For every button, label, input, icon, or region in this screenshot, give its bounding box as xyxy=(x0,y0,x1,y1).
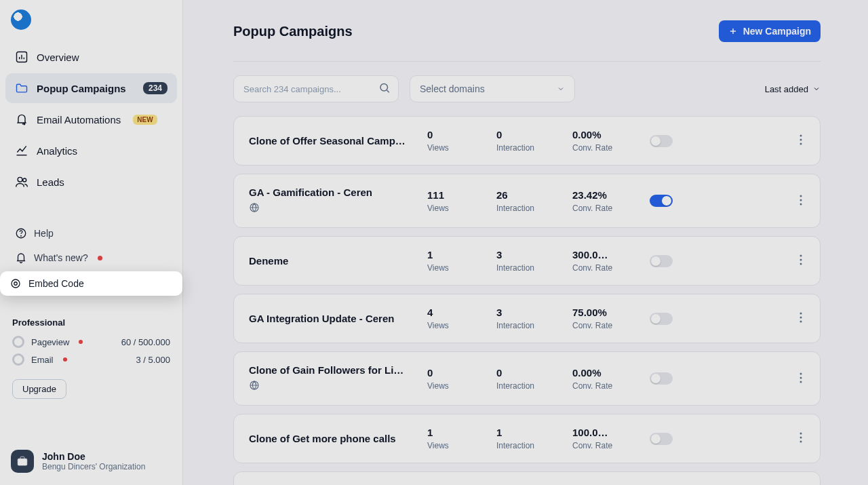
secondary-nav: HelpWhat's new?Embed Code xyxy=(5,221,177,297)
views-value: 1 xyxy=(427,427,484,438)
interaction-label: Interaction xyxy=(496,263,560,273)
conv-rate-label: Conv. Rate xyxy=(572,143,629,153)
interaction-value: 0 xyxy=(496,129,560,140)
alert-dot xyxy=(79,340,83,344)
plan-row: Pageview60 / 500.000 xyxy=(12,336,170,348)
conv-rate-value: 100.0… xyxy=(572,427,629,438)
interaction-label: Interaction xyxy=(496,381,560,391)
user-name: John Doe xyxy=(42,451,145,462)
campaign-card[interactable]: GA Integration Update - Ceren4Views3Inte… xyxy=(233,294,821,343)
conv-rate-label: Conv. Rate xyxy=(572,441,629,450)
conv-rate-label: Conv. Rate xyxy=(572,263,629,273)
alert-dot xyxy=(63,357,67,362)
new-campaign-label: New Campaign xyxy=(743,26,811,37)
svg-point-25 xyxy=(800,381,802,383)
plan-metric-value: 60 / 500.000 xyxy=(121,337,170,347)
search-input[interactable] xyxy=(233,75,399,102)
globe-icon xyxy=(249,202,415,215)
svg-point-10 xyxy=(800,139,802,141)
campaign-name: Clone of Offer Seasonal Camp… xyxy=(249,135,415,147)
svg-point-17 xyxy=(800,259,802,261)
line-chart-icon xyxy=(15,144,28,157)
notification-dot xyxy=(98,256,102,260)
campaign-toggle[interactable] xyxy=(650,372,673,385)
more-menu[interactable] xyxy=(797,370,805,388)
campaign-toggle[interactable] xyxy=(650,255,673,267)
views-value: 0 xyxy=(427,129,484,140)
svg-point-9 xyxy=(800,135,802,137)
conv-rate-value: 75.00% xyxy=(572,307,629,318)
nav-item-popup-campaigns[interactable]: Popup Campaigns234 xyxy=(5,73,177,103)
more-menu[interactable] xyxy=(797,309,805,328)
svg-point-18 xyxy=(800,263,802,265)
domain-select-label: Select domains xyxy=(420,83,485,94)
more-menu[interactable] xyxy=(797,252,805,270)
new-badge: New xyxy=(133,115,157,125)
svg-point-5 xyxy=(12,279,20,288)
views-label: Views xyxy=(427,441,484,450)
nav-item-embed-code[interactable]: Embed Code xyxy=(0,271,182,296)
svg-point-1 xyxy=(18,177,22,182)
user-org: Bengu Dincers' Organization xyxy=(42,462,145,471)
svg-rect-7 xyxy=(18,459,27,465)
campaign-card[interactable]: Clone of Display Endorsement…0Views0Inte… xyxy=(233,471,821,485)
nav-item-help[interactable]: Help xyxy=(5,221,177,246)
svg-point-19 xyxy=(800,313,802,315)
plan-box: Professional Pageview60 / 500.000Email3 … xyxy=(5,317,177,399)
user-box[interactable]: John Doe Bengu Dincers' Organization xyxy=(5,443,177,480)
campaign-toggle[interactable] xyxy=(650,313,673,325)
views-value: 111 xyxy=(427,189,484,201)
new-campaign-button[interactable]: New Campaign xyxy=(719,20,821,42)
campaign-card[interactable]: Clone of Offer Seasonal Camp…0Views0Inte… xyxy=(233,116,821,166)
interaction-label: Interaction xyxy=(496,203,560,213)
logo[interactable] xyxy=(5,9,177,42)
nav-item-leads[interactable]: Leads xyxy=(5,167,177,197)
search-icon xyxy=(378,82,391,96)
campaign-name: Deneme xyxy=(249,255,415,267)
campaign-name: GA Integration Update - Ceren xyxy=(249,313,415,324)
nav-item-whats-new[interactable]: What's new? xyxy=(5,246,177,270)
main: Popup Campaigns New Campaign Select doma… xyxy=(183,0,868,485)
campaign-toggle[interactable] xyxy=(650,135,673,147)
svg-point-14 xyxy=(800,199,802,201)
nav-item-email-automations[interactable]: Email AutomationsNew xyxy=(5,104,177,134)
chevron-down-icon xyxy=(812,85,821,93)
interaction-value: 26 xyxy=(496,189,560,201)
more-menu[interactable] xyxy=(797,429,805,448)
svg-point-4 xyxy=(21,235,22,236)
svg-point-27 xyxy=(800,437,802,439)
conv-rate-label: Conv. Rate xyxy=(572,321,629,330)
more-menu[interactable] xyxy=(797,132,805,150)
plan-row: Email3 / 5.000 xyxy=(12,353,170,366)
svg-point-6 xyxy=(14,282,18,286)
interaction-value: 3 xyxy=(496,307,560,318)
more-menu[interactable] xyxy=(797,192,805,210)
campaign-card[interactable]: Clone of Gain Followers for Li…0Views0In… xyxy=(233,351,821,406)
nav-item-analytics[interactable]: Analytics xyxy=(5,136,177,166)
views-label: Views xyxy=(427,263,484,273)
campaign-card[interactable]: GA - Gamification - Ceren111Views26Inter… xyxy=(233,174,821,228)
domain-select[interactable]: Select domains xyxy=(410,75,575,102)
campaign-toggle[interactable] xyxy=(650,433,673,445)
interaction-label: Interaction xyxy=(496,143,560,153)
plan-metric-value: 3 / 5.000 xyxy=(136,355,170,365)
sort-dropdown[interactable]: Last added xyxy=(765,84,821,94)
conv-rate-label: Conv. Rate xyxy=(572,203,629,213)
conv-rate-label: Conv. Rate xyxy=(572,381,629,391)
upgrade-button[interactable]: Upgrade xyxy=(12,379,66,399)
sidebar: OverviewPopup Campaigns234Email Automati… xyxy=(0,0,183,485)
svg-point-28 xyxy=(800,441,802,443)
svg-point-2 xyxy=(23,178,26,182)
nav-item-overview[interactable]: Overview xyxy=(5,42,177,72)
plan-metric-label: Pageview xyxy=(31,337,69,347)
campaign-card[interactable]: Clone of Get more phone calls1Views1Inte… xyxy=(233,414,821,463)
svg-point-11 xyxy=(800,143,802,145)
avatar xyxy=(11,450,34,473)
svg-point-20 xyxy=(800,317,802,319)
usage-ring xyxy=(12,353,24,366)
bar-chart-icon xyxy=(15,50,28,64)
campaign-name: Clone of Get more phone calls xyxy=(249,433,415,444)
campaign-toggle[interactable] xyxy=(650,195,673,207)
svg-point-24 xyxy=(800,376,802,379)
campaign-card[interactable]: Deneme1Views3Interaction300.0…Conv. Rate xyxy=(233,236,821,286)
